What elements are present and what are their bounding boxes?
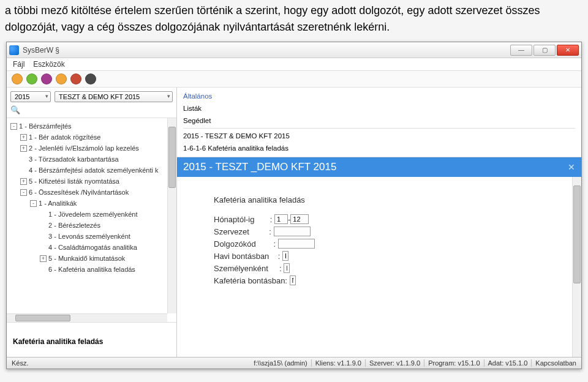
form-row: Dolgozókód :: [214, 238, 545, 250]
menu-file[interactable]: Fájl: [13, 60, 24, 69]
form-label: Hónaptól-ig :: [214, 215, 274, 224]
status-segment: Adat: v15.1.0: [484, 359, 528, 367]
toolbar-button-4[interactable]: [70, 73, 81, 84]
link-lists[interactable]: Listák: [183, 102, 575, 114]
form-input[interactable]: [274, 227, 311, 236]
menu-tools[interactable]: Eszközök: [33, 60, 64, 69]
toolbar-button-0[interactable]: [12, 73, 23, 84]
breadcrumb-company: 2015 - TESZT & DEMO KFT 2015: [183, 130, 575, 142]
window-controls: — ▢ ✕: [510, 45, 579, 56]
expand-icon[interactable]: +: [40, 255, 47, 262]
tree-item-label: 4 - Családtámogatás analitika: [48, 242, 137, 253]
expand-icon[interactable]: +: [20, 145, 27, 152]
search-icon[interactable]: 🔍: [10, 105, 20, 115]
form-input[interactable]: [282, 251, 288, 261]
minimize-button[interactable]: —: [510, 45, 532, 56]
content-vscrollbar[interactable]: [572, 177, 581, 357]
tree-item[interactable]: -1 - Analitikák: [8, 198, 175, 209]
tree-item[interactable]: 4 - Bérszámfejtési adatok személyenkénti…: [8, 165, 175, 176]
tree-item-label: 1 - Jövedelem személyenként: [48, 209, 138, 220]
tree-item[interactable]: 3 - Levonás személyenként: [8, 231, 175, 242]
main-area: 2015 TESZT & DEMO KFT 2015 🔍 -1 - Bérszá…: [7, 88, 581, 357]
tree-item[interactable]: +1 - Bér adatok rögzítése: [8, 132, 175, 143]
close-button[interactable]: ✕: [557, 45, 579, 56]
collapse-icon[interactable]: -: [10, 123, 17, 130]
form-input[interactable]: [290, 214, 309, 224]
toolbar-button-2[interactable]: [41, 73, 52, 84]
tree-item-label: 5 - Munkaidő kimutatások: [48, 253, 125, 264]
form-row: Hónaptól-ig : -: [214, 213, 545, 225]
tree-item[interactable]: 4 - Családtámogatás analitika: [8, 242, 175, 253]
tree-item[interactable]: +5 - Munkaidő kimutatások: [8, 253, 175, 264]
tree-item-label: 5 - Kifizetési listák nyomtatása: [29, 176, 119, 187]
tree-item-label: 1 - Bérszámfejtés: [19, 121, 72, 132]
form-label: Kafetéria bontásban:: [214, 276, 290, 285]
status-segment: Kapcsolatban: [531, 359, 576, 367]
tree-vscrollbar[interactable]: [167, 118, 176, 313]
right-panel: Általános Listák Segédlet 2015 - TESZT &…: [177, 88, 581, 357]
menubar: Fájl Eszközök: [7, 58, 581, 71]
tree-item[interactable]: -1 - Bérszámfejtés: [8, 121, 175, 132]
left-panel: 2015 TESZT & DEMO KFT 2015 🔍 -1 - Bérszá…: [7, 88, 177, 357]
content-close-icon[interactable]: ✕: [568, 162, 575, 172]
toolbar-button-3[interactable]: [56, 73, 67, 84]
form-area: Kafetéria analitika feladás Hónaptól-ig …: [177, 177, 581, 357]
selected-node-label: Kafetéria analitika feladás: [7, 323, 176, 357]
toolbar-button-1[interactable]: [26, 73, 37, 84]
form-input[interactable]: [284, 263, 290, 273]
status-segment: f:\\szja15\ (admin): [254, 359, 307, 367]
status-segment: Kliens: v1.1.9.0: [311, 359, 361, 367]
maximize-button[interactable]: ▢: [533, 45, 556, 56]
expand-icon[interactable]: +: [20, 178, 27, 185]
tree-item[interactable]: 2 - Bérészletezés: [8, 220, 175, 231]
tree-item[interactable]: 3 - Törzsadatok karbantartása: [8, 154, 175, 165]
toolbar: [7, 71, 581, 88]
form-label: Szervezet :: [214, 227, 274, 236]
year-select[interactable]: 2015: [10, 91, 51, 102]
content-title: 2015 - TESZT _DEMO KFT 2015: [183, 161, 336, 173]
toolbar-button-5[interactable]: [85, 73, 96, 84]
tree-container: -1 - Bérszámfejtés+1 - Bér adatok rögzít…: [7, 118, 176, 323]
titlebar: SysBerW § — ▢ ✕: [7, 42, 581, 58]
tree-item-label: 1 - Analitikák: [39, 198, 77, 209]
tree-item[interactable]: +2 - Jelenléti ív/Elszámoló lap kezelés: [8, 143, 175, 154]
form-row: Szervezet :: [214, 225, 545, 238]
tree-item[interactable]: +5 - Kifizetési listák nyomtatása: [8, 176, 175, 187]
form-input[interactable]: [290, 275, 296, 285]
form-input[interactable]: [278, 239, 315, 249]
tree-item-label: 6 - Kafetéria analitika feladás: [48, 264, 135, 275]
breadcrumb-area: Általános Listák Segédlet 2015 - TESZT &…: [177, 88, 581, 157]
form-row: Havi bontásban :: [214, 250, 545, 262]
expand-icon[interactable]: +: [20, 134, 27, 141]
status-left: Kész.: [12, 359, 29, 367]
link-general[interactable]: Általános: [183, 90, 575, 102]
tree-item-label: 6 - Összesítések /Nyilvántartások: [29, 187, 129, 198]
tree-hscrollbar[interactable]: [7, 313, 167, 322]
collapse-icon[interactable]: -: [30, 200, 37, 207]
content-titlebar: 2015 - TESZT _DEMO KFT 2015 ✕: [177, 157, 581, 177]
form-input[interactable]: [274, 214, 288, 224]
tree-item-label: 2 - Bérészletezés: [48, 220, 100, 231]
form-label: Havi bontásban :: [214, 252, 282, 261]
tree-item-label: 3 - Levonás személyenként: [48, 231, 130, 242]
statusbar: Kész. f:\\szja15\ (admin)Kliens: v1.1.9.…: [7, 357, 581, 369]
form-label: Személyenként :: [214, 264, 284, 273]
form-title: Kafetéria analitika feladás: [214, 195, 545, 204]
tree-item[interactable]: 1 - Jövedelem személyenként: [8, 209, 175, 220]
status-segment: Szerver: v1.1.9.0: [365, 359, 420, 367]
application-window: SysBerW § — ▢ ✕ Fájl Eszközök 2015 TESZT…: [6, 42, 582, 369]
tree-item-label: 2 - Jelenléti ív/Elszámoló lap kezelés: [29, 143, 139, 154]
breadcrumb-path: 1-6-1-6 Kafetéria analitika feladás: [183, 142, 575, 154]
company-select[interactable]: TESZT & DEMO KFT 2015: [55, 91, 173, 102]
link-help[interactable]: Segédlet: [183, 114, 575, 127]
intro-text: a többi mező kitöltése értelem szerűen t…: [0, 0, 588, 38]
tree-item-label: 4 - Bérszámfejtési adatok személyenkénti…: [29, 165, 159, 176]
tree-item[interactable]: -6 - Összesítések /Nyilvántartások: [8, 187, 175, 198]
navigation-tree: -1 - Bérszámfejtés+1 - Bér adatok rögzít…: [8, 121, 175, 275]
form-row: Kafetéria bontásban:: [214, 274, 545, 286]
window-title: SysBerW §: [23, 46, 59, 54]
collapse-icon[interactable]: -: [20, 189, 27, 196]
app-icon: [9, 45, 19, 55]
tree-item[interactable]: 6 - Kafetéria analitika feladás: [8, 264, 175, 275]
tree-item-label: 3 - Törzsadatok karbantartása: [29, 154, 119, 165]
